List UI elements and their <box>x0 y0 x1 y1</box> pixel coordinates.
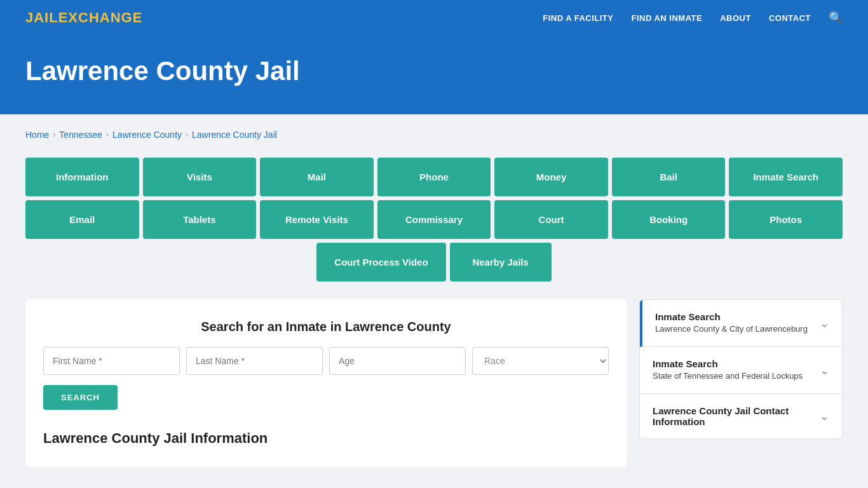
btn-phone[interactable]: Phone <box>377 158 491 196</box>
chevron-down-icon-3: ⌄ <box>820 409 829 423</box>
btn-email[interactable]: Email <box>25 200 139 239</box>
breadcrumb-chevron-3: › <box>186 130 188 139</box>
sidebar-item-left-1: Inmate Search Lawrence County & City of … <box>655 311 808 335</box>
sidebar-item-subtitle-1: Lawrence County & City of Lawrenceburg <box>655 323 808 335</box>
breadcrumb-lawrence-county[interactable]: Lawrence County <box>112 130 182 140</box>
first-name-input[interactable] <box>43 347 180 375</box>
chevron-down-icon-1: ⌄ <box>820 316 829 330</box>
btn-information[interactable]: Information <box>25 158 139 196</box>
btn-nearby-jails[interactable]: Nearby Jails <box>450 243 552 281</box>
info-section: Lawrence County Jail Information <box>43 430 609 447</box>
breadcrumb-chevron-1: › <box>53 130 55 139</box>
sidebar-item-title-3: Lawrence County Jail Contact Information <box>653 405 820 427</box>
sidebar-item-subtitle-2: State of Tennessee and Federal Lockups <box>653 370 803 382</box>
sidebar-item-left-3: Lawrence County Jail Contact Information <box>653 405 820 427</box>
nav-about[interactable]: ABOUT <box>720 13 751 23</box>
breadcrumb-chevron-2: › <box>106 130 109 139</box>
btn-court-process-video[interactable]: Court Process Video <box>316 243 445 281</box>
btn-commissary[interactable]: Commissary <box>377 200 491 239</box>
btn-booking[interactable]: Booking <box>612 200 726 239</box>
button-grid-row2: Email Tablets Remote Visits Commissary C… <box>25 200 843 239</box>
breadcrumb-current[interactable]: Lawrence County Jail <box>192 130 277 140</box>
btn-mail[interactable]: Mail <box>260 158 374 196</box>
sidebar-item-inmate-search-state[interactable]: Inmate Search State of Tennessee and Fed… <box>640 347 842 394</box>
btn-tablets[interactable]: Tablets <box>143 200 257 239</box>
sidebar-item-inmate-search-local[interactable]: Inmate Search Lawrence County & City of … <box>640 300 842 347</box>
breadcrumb: Home › Tennessee › Lawrence County › Law… <box>25 130 843 140</box>
sidebar-item-title-2: Inmate Search <box>653 358 803 369</box>
btn-visits[interactable]: Visits <box>143 158 257 196</box>
breadcrumb-tennessee[interactable]: Tennessee <box>59 130 102 140</box>
info-title: Lawrence County Jail Information <box>43 430 609 447</box>
sidebar-item-contact-info[interactable]: Lawrence County Jail Contact Information… <box>640 394 842 438</box>
bottom-section: Search for an Inmate in Lawrence County … <box>25 299 843 467</box>
breadcrumb-home[interactable]: Home <box>25 130 49 140</box>
logo-exchange: EXCHANGE <box>58 10 143 25</box>
nav-contact[interactable]: CONTACT <box>769 13 811 23</box>
sidebar-item-left-2: Inmate Search State of Tennessee and Fed… <box>653 358 803 382</box>
search-button[interactable]: SEARCH <box>43 385 118 410</box>
search-panel: Search for an Inmate in Lawrence County … <box>25 299 627 467</box>
chevron-down-icon-2: ⌄ <box>820 363 829 377</box>
nav-find-facility[interactable]: FIND A FACILITY <box>543 13 613 23</box>
main-nav: FIND A FACILITY FIND AN INMATE ABOUT CON… <box>543 11 843 25</box>
nav-find-inmate[interactable]: FIND AN INMATE <box>631 13 702 23</box>
main-content: Home › Tennessee › Lawrence County › Law… <box>0 114 868 488</box>
search-fields: Race White Black Hispanic Asian Other <box>43 347 609 375</box>
logo[interactable]: JAILEXCHANGE <box>25 10 142 26</box>
sidebar: Inmate Search Lawrence County & City of … <box>639 299 843 439</box>
logo-jail: JAIL <box>25 10 58 25</box>
search-title: Search for an Inmate in Lawrence County <box>43 320 609 334</box>
race-select[interactable]: Race White Black Hispanic Asian Other <box>472 347 609 375</box>
hero-banner: Lawrence County Jail <box>0 36 868 114</box>
btn-photos[interactable]: Photos <box>729 200 843 239</box>
age-input[interactable] <box>329 347 466 375</box>
button-grid-row1: Information Visits Mail Phone Money Bail… <box>25 158 843 196</box>
header: JAILEXCHANGE FIND A FACILITY FIND AN INM… <box>0 0 868 36</box>
btn-court[interactable]: Court <box>494 200 608 239</box>
btn-money[interactable]: Money <box>494 158 608 196</box>
last-name-input[interactable] <box>186 347 323 375</box>
btn-inmate-search[interactable]: Inmate Search <box>729 158 843 196</box>
sidebar-item-title-1: Inmate Search <box>655 311 808 322</box>
page-title: Lawrence County Jail <box>25 56 843 86</box>
btn-remote-visits[interactable]: Remote Visits <box>260 200 374 239</box>
header-search-icon[interactable]: 🔍 <box>829 11 843 25</box>
btn-bail[interactable]: Bail <box>612 158 726 196</box>
button-grid-row3: Court Process Video Nearby Jails <box>25 243 843 281</box>
